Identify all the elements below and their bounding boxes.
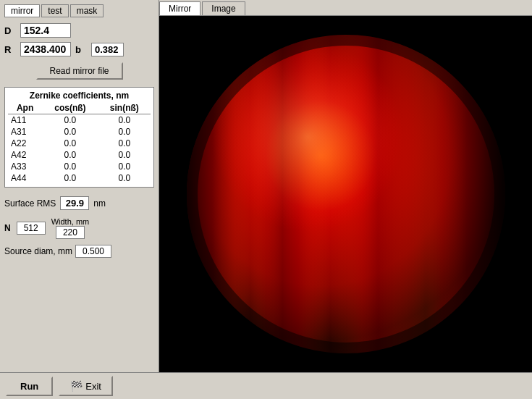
n-label: N xyxy=(4,223,11,233)
col-cos: cos(nß) xyxy=(42,102,98,114)
zernike-sin: 0.0 xyxy=(98,138,151,149)
table-row: A42 0.0 0.0 xyxy=(8,149,151,161)
zernike-cos: 0.0 xyxy=(42,161,98,172)
width-sub: Width, mm 220 xyxy=(51,217,90,239)
col-sin: sin(nß) xyxy=(98,102,151,114)
bottom-buttons: Run 🏁 Exit xyxy=(0,372,532,399)
tab-mirror-view[interactable]: Mirror xyxy=(159,1,200,15)
rms-unit: nm xyxy=(93,198,106,209)
rms-row: Surface RMS 29.9 nm xyxy=(4,196,154,210)
r-value: 2438.400 xyxy=(20,42,71,56)
rms-label: Surface RMS xyxy=(4,198,56,209)
zernike-apn: A31 xyxy=(8,126,42,138)
n-value: 512 xyxy=(17,222,46,235)
mirror-svg xyxy=(172,17,520,371)
tab-image-view[interactable]: Image xyxy=(202,1,245,15)
zernike-cos: 0.0 xyxy=(42,126,98,138)
read-mirror-button[interactable]: Read mirror file xyxy=(36,62,123,80)
zernike-cos: 0.0 xyxy=(42,114,98,127)
col-apn: Apn xyxy=(8,102,42,114)
zernike-sin: 0.0 xyxy=(98,161,151,172)
zernike-sin: 0.0 xyxy=(98,149,151,161)
zernike-apn: A42 xyxy=(8,149,42,161)
zernike-apn: A33 xyxy=(8,161,42,172)
d-label: D xyxy=(4,25,16,36)
source-label: Source diam, mm xyxy=(4,246,72,256)
r-label: R xyxy=(4,44,16,55)
width-value: 220 xyxy=(56,226,85,239)
left-tabs: mirror test mask xyxy=(4,4,154,17)
b-value: 0.382 xyxy=(91,43,124,56)
zernike-sin: 0.0 xyxy=(98,172,151,184)
table-row: A33 0.0 0.0 xyxy=(8,161,151,172)
main-container: mirror test mask D 152.4 R 2438.400 b 0.… xyxy=(0,0,532,399)
tab-test[interactable]: test xyxy=(41,4,68,17)
zernike-table: Apn cos(nß) sin(nß) A11 0.0 0.0 A31 0.0 … xyxy=(8,102,151,184)
r-param-row: R 2438.400 b 0.382 xyxy=(4,42,154,56)
b-label: b xyxy=(75,44,87,55)
rms-value: 29.9 xyxy=(60,196,89,210)
zernike-sin: 0.0 xyxy=(98,114,151,127)
exit-button[interactable]: 🏁 Exit xyxy=(59,376,113,396)
exit-label: Exit xyxy=(85,381,101,392)
left-panel: mirror test mask D 152.4 R 2438.400 b 0.… xyxy=(0,0,159,372)
run-button[interactable]: Run xyxy=(6,377,53,396)
zernike-apn: A44 xyxy=(8,172,42,184)
right-tabs: Mirror Image xyxy=(159,0,532,16)
source-value: 0.500 xyxy=(75,245,111,258)
table-row: A44 0.0 0.0 xyxy=(8,172,151,184)
zernike-cos: 0.0 xyxy=(42,138,98,149)
table-row: A31 0.0 0.0 xyxy=(8,126,151,138)
width-label: Width, mm xyxy=(51,217,90,226)
zernike-cos: 0.0 xyxy=(42,172,98,184)
tab-mask[interactable]: mask xyxy=(70,4,104,17)
zernike-title: Zernike coefficients, nm xyxy=(8,91,151,101)
table-row: A22 0.0 0.0 xyxy=(8,138,151,149)
d-value: 152.4 xyxy=(20,23,71,38)
d-param-row: D 152.4 xyxy=(4,23,154,38)
body-area: mirror test mask D 152.4 R 2438.400 b 0.… xyxy=(0,0,532,372)
nw-row: N 512 Width, mm 220 xyxy=(4,217,154,239)
zernike-section: Zernike coefficients, nm Apn cos(nß) sin… xyxy=(4,87,154,188)
source-row: Source diam, mm 0.500 xyxy=(4,245,154,258)
zernike-sin: 0.0 xyxy=(98,126,151,138)
flag-icon: 🏁 xyxy=(70,380,83,392)
zernike-apn: A22 xyxy=(8,138,42,149)
zernike-cos: 0.0 xyxy=(42,149,98,161)
table-row: A11 0.0 0.0 xyxy=(8,114,151,127)
zernike-apn: A11 xyxy=(8,114,42,127)
tab-mirror[interactable]: mirror xyxy=(4,4,40,17)
mirror-canvas xyxy=(159,16,532,372)
right-panel: Mirror Image xyxy=(159,0,532,372)
